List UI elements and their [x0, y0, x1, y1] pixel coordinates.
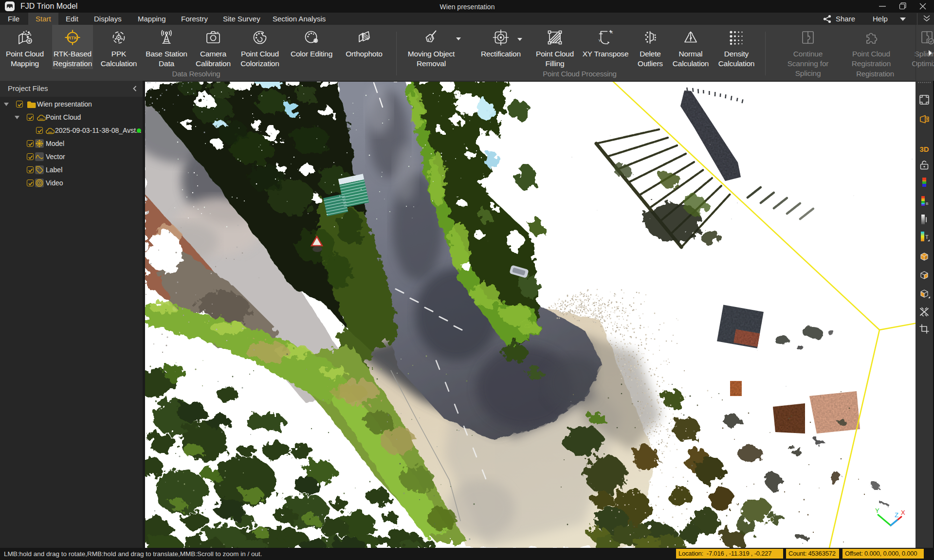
svg-text:RTK: RTK: [68, 35, 77, 40]
svg-text:X: X: [610, 30, 613, 35]
svg-text:X: X: [901, 509, 905, 516]
svg-text:T: T: [925, 234, 929, 240]
svg-text:Y: Y: [875, 507, 879, 514]
svg-text:3D: 3D: [919, 145, 929, 153]
svg-text:Y: Y: [599, 38, 602, 43]
svg-text:Z: Z: [895, 511, 898, 519]
svg-text:B: B: [926, 201, 928, 206]
